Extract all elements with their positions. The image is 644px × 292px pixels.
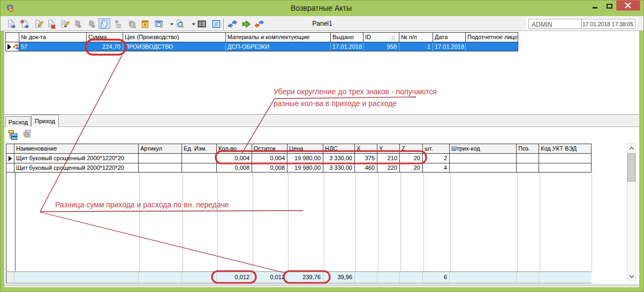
svg-text:5: 5 [144, 23, 146, 27]
